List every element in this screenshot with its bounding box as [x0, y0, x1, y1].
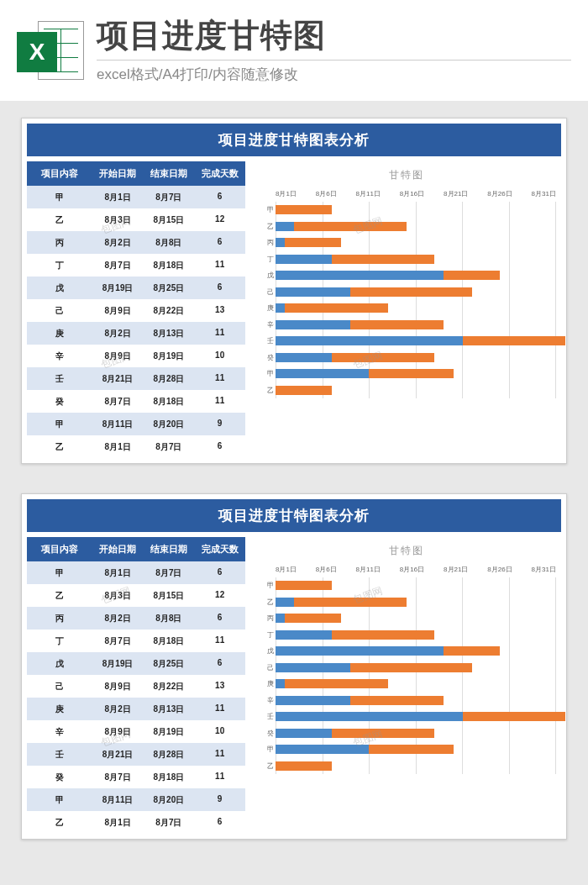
cell-start: 8月21日	[92, 743, 144, 766]
cell-start: 8月1日	[92, 811, 144, 834]
cell-start: 8月1日	[92, 186, 144, 208]
axis-tick: 8月11日	[356, 189, 381, 198]
table-header-row: 项目内容开始日期结束日期完成天数	[27, 161, 245, 186]
table-row: 戊 8月19日 8月25日 6	[27, 277, 245, 299]
gantt-bar-row: 癸	[276, 725, 556, 742]
panel-title: 项目进度甘特图表分析	[27, 499, 561, 532]
cell-start: 8月9日	[92, 720, 144, 743]
cell-days: 6	[194, 435, 245, 458]
table-row: 壬 8月21日 8月28日 11	[27, 367, 245, 390]
gantt-bar-track	[276, 303, 556, 313]
gantt-bar-offset	[276, 369, 369, 378]
table-row: 甲 8月11日 8月20日 9	[27, 788, 245, 811]
gantt-bar-label: 癸	[259, 729, 274, 738]
gantt-bar-track	[276, 205, 556, 214]
gantt-bar-row: 己	[276, 284, 556, 301]
gantt-bar-duration	[332, 353, 434, 362]
gantt-bar-track	[276, 271, 556, 280]
cell-days: 6	[194, 561, 245, 584]
cell-start: 8月7日	[92, 254, 144, 277]
sheets-area: 项目进度甘特图表分析 项目内容开始日期结束日期完成天数 甲 8月1日 8月7日 …	[0, 101, 588, 856]
cell-name: 乙	[27, 208, 92, 231]
cell-days: 12	[194, 584, 245, 607]
cell-end: 8月28日	[144, 743, 195, 766]
gantt-bar-offset	[276, 271, 444, 280]
gantt-bar-label: 壬	[259, 712, 274, 721]
cell-name: 甲	[27, 788, 92, 811]
gantt-bar-duration	[294, 222, 407, 231]
gantt-bar-duration	[276, 386, 332, 395]
gantt-bar-track	[276, 238, 556, 247]
gantt-bar-label: 乙	[259, 598, 274, 607]
gantt-bar-duration	[276, 761, 332, 771]
cell-end: 8月7日	[144, 811, 195, 834]
gantt-bar-label: 己	[259, 663, 274, 672]
axis-tick: 8月6日	[316, 189, 337, 198]
gantt-bar-row: 戊	[276, 643, 556, 660]
cell-name: 戊	[27, 652, 92, 675]
chart-bars: 甲 乙 丙 丁 戊	[257, 577, 556, 774]
cell-end: 8月7日	[144, 435, 195, 458]
gantt-bar-duration	[444, 271, 500, 280]
gantt-bar-duration	[332, 255, 434, 264]
gantt-bar-track	[276, 255, 556, 264]
gantt-bar-label: 乙	[259, 761, 274, 771]
gantt-bar-row: 辛	[276, 693, 556, 709]
cell-days: 9	[194, 413, 245, 435]
gantt-bar-offset	[276, 336, 463, 345]
axis-tick: 8月16日	[400, 565, 424, 574]
data-table: 项目内容开始日期结束日期完成天数 甲 8月1日 8月7日 6 乙 8月3日 8月…	[27, 161, 245, 458]
gantt-bar-row: 丁	[276, 627, 556, 644]
cell-start: 8月2日	[92, 322, 144, 345]
gantt-bar-label: 癸	[259, 353, 274, 362]
table-row: 辛 8月9日 8月19日 10	[27, 720, 245, 743]
cell-name: 癸	[27, 390, 92, 413]
chart-title: 甘特图	[257, 165, 556, 189]
gantt-bar-track	[276, 761, 556, 771]
page-subtitle: excel格式/A4打印/内容随意修改	[97, 60, 571, 84]
table-header-cell: 结束日期	[144, 161, 195, 186]
gantt-bar-label: 己	[259, 287, 274, 297]
gantt-bar-duration	[369, 745, 453, 754]
cell-end: 8月25日	[144, 277, 195, 299]
gantt-bar-track	[276, 712, 556, 721]
gantt-bar-row: 己	[276, 660, 556, 677]
gantt-bar-row: 癸	[276, 350, 556, 366]
gantt-bar-track	[276, 598, 556, 607]
cell-end: 8月8日	[144, 231, 195, 254]
gantt-bar-offset	[276, 320, 350, 329]
cell-end: 8月22日	[144, 675, 195, 698]
gantt-bar-duration	[276, 581, 332, 590]
gantt-bar-duration	[276, 205, 332, 214]
table-row: 丁 8月7日 8月18日 11	[27, 254, 245, 277]
gantt-bar-label: 辛	[259, 320, 274, 329]
gantt-bar-row: 壬	[276, 333, 556, 350]
table-row: 乙 8月1日 8月7日 6	[27, 435, 245, 458]
cell-start: 8月19日	[92, 277, 144, 299]
table-header-cell: 项目内容	[27, 161, 92, 186]
cell-days: 11	[194, 630, 245, 652]
table-row: 乙 8月3日 8月15日 12	[27, 208, 245, 231]
cell-start: 8月19日	[92, 652, 144, 675]
cell-start: 8月11日	[92, 413, 144, 435]
gantt-bar-track	[276, 679, 556, 688]
cell-name: 甲	[27, 561, 92, 584]
table-row: 己 8月9日 8月22日 13	[27, 675, 245, 698]
cell-end: 8月20日	[144, 788, 195, 811]
cell-name: 乙	[27, 435, 92, 458]
table-row: 戊 8月19日 8月25日 6	[27, 652, 245, 675]
panel-body: 项目内容开始日期结束日期完成天数 甲 8月1日 8月7日 6 乙 8月3日 8月…	[27, 161, 561, 458]
axis-tick: 8月16日	[400, 189, 424, 198]
gantt-bar-offset	[276, 663, 350, 672]
gantt-bar-duration	[332, 729, 434, 738]
cell-days: 10	[194, 720, 245, 743]
cell-days: 11	[194, 698, 245, 720]
gantt-bar-row: 戊	[276, 267, 556, 284]
table-header-cell: 完成天数	[194, 161, 245, 186]
cell-start: 8月9日	[92, 345, 144, 367]
gantt-bar-label: 丙	[259, 614, 274, 623]
gantt-bar-row: 甲	[276, 741, 556, 758]
cell-start: 8月7日	[92, 390, 144, 413]
gantt-bar-duration	[463, 712, 565, 721]
table-header-cell: 完成天数	[194, 537, 245, 561]
